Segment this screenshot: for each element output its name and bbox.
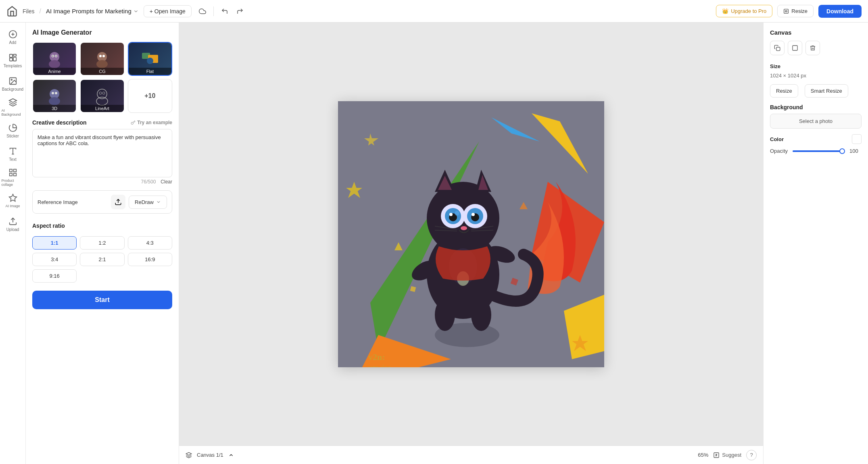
copy-icon[interactable] bbox=[788, 41, 802, 55]
redo-button[interactable] bbox=[234, 5, 246, 17]
style-more-button[interactable]: +10 bbox=[128, 79, 172, 113]
download-button[interactable]: Download bbox=[818, 5, 862, 18]
files-link[interactable]: Files bbox=[23, 8, 35, 15]
size-value: 1024 × 1024 px bbox=[770, 73, 862, 79]
document-title[interactable]: AI Image Prompts for Marketing bbox=[46, 8, 139, 15]
svg-point-25 bbox=[96, 60, 108, 68]
ai-image-panel: AI Image Generator Anime CG Flat bbox=[26, 23, 179, 464]
undo-button[interactable] bbox=[219, 5, 231, 17]
main-layout: Add Templates Background AI Background S… bbox=[0, 23, 868, 464]
chevron-up-icon[interactable] bbox=[228, 452, 234, 458]
sidebar-item-templates[interactable]: Templates bbox=[2, 49, 24, 72]
layers-button[interactable] bbox=[186, 452, 192, 458]
svg-marker-16 bbox=[9, 194, 16, 201]
svg-point-66 bbox=[461, 226, 467, 230]
canvas-bottom-bar: Canvas 1/1 65% Suggest ? bbox=[179, 445, 763, 464]
svg-rect-0 bbox=[784, 9, 789, 13]
svg-point-30 bbox=[147, 58, 153, 64]
upgrade-button[interactable]: 👑 Upgrade to Pro bbox=[716, 5, 772, 17]
svg-rect-87 bbox=[776, 47, 780, 51]
sidebar-item-background[interactable]: Background bbox=[2, 73, 24, 95]
svg-text:unwisa: unwisa bbox=[368, 363, 391, 367]
style-card-flat[interactable]: Flat bbox=[128, 42, 172, 76]
cloud-icon[interactable] bbox=[196, 5, 209, 17]
svg-rect-7 bbox=[9, 58, 12, 60]
svg-marker-85 bbox=[186, 452, 191, 455]
svg-point-38 bbox=[102, 92, 105, 94]
svg-point-19 bbox=[49, 60, 60, 68]
style-card-lineart[interactable]: LineArt bbox=[80, 79, 124, 113]
opacity-slider[interactable] bbox=[793, 150, 845, 152]
aspect-btn-4-3[interactable]: 4:3 bbox=[128, 236, 172, 250]
svg-point-76 bbox=[471, 299, 491, 331]
sidebar-item-add[interactable]: Add bbox=[2, 26, 24, 48]
color-row: Color bbox=[770, 134, 862, 144]
size-label: Size bbox=[770, 63, 862, 69]
svg-rect-12 bbox=[9, 169, 12, 172]
delete-icon[interactable] bbox=[805, 41, 820, 55]
aspect-btn-3-4[interactable]: 3:4 bbox=[32, 253, 77, 266]
char-count: 76/500 bbox=[141, 179, 156, 185]
creative-description-section: Creative description Try an example bbox=[32, 119, 172, 126]
svg-point-34 bbox=[55, 92, 57, 94]
icon-sidebar: Add Templates Background AI Background S… bbox=[0, 23, 26, 464]
aspect-btn-16-9[interactable]: 16:9 bbox=[128, 253, 172, 266]
color-swatch[interactable] bbox=[852, 134, 862, 144]
aspect-ratio-grid: 1:1 1:2 4:3 3:4 2:1 16:9 9:16 bbox=[32, 236, 172, 283]
opacity-label: Opacity bbox=[770, 148, 788, 154]
canvas-action-icons bbox=[770, 41, 862, 55]
canvas-main[interactable]: ⚙ insMind.com v2n: unwisa bbox=[179, 23, 763, 445]
svg-rect-5 bbox=[13, 54, 16, 56]
resize-button[interactable]: Resize bbox=[777, 5, 814, 17]
aspect-ratio-section: Aspect ratio bbox=[32, 223, 172, 229]
canvas-image-wrapper: ⚙ insMind.com v2n: unwisa bbox=[338, 101, 604, 367]
aspect-btn-1-2[interactable]: 1:2 bbox=[80, 236, 124, 250]
sidebar-item-product-collage[interactable]: Product collage bbox=[2, 166, 24, 189]
sidebar-item-ai-image[interactable]: AI Image bbox=[2, 189, 24, 212]
canvas-resize-button[interactable]: Resize bbox=[770, 84, 798, 98]
smart-resize-button[interactable]: Smart Resize bbox=[805, 84, 848, 98]
style-card-anime[interactable]: Anime bbox=[32, 42, 77, 76]
reference-image-row: Reference Image ReDraw bbox=[32, 190, 172, 214]
svg-point-65 bbox=[455, 211, 459, 216]
description-textarea[interactable]: Make a fun and vibrant discount flyer wi… bbox=[32, 129, 172, 177]
redraw-button[interactable]: ReDraw bbox=[129, 196, 167, 209]
sidebar-item-upload[interactable]: Upload bbox=[2, 213, 24, 235]
help-button[interactable]: ? bbox=[746, 450, 757, 460]
start-button[interactable]: Start bbox=[32, 291, 172, 309]
background-section-title: Background bbox=[770, 104, 862, 110]
suggest-button[interactable]: Suggest bbox=[713, 452, 741, 458]
clear-button[interactable]: Clear bbox=[161, 179, 172, 185]
panel-title: AI Image Generator bbox=[32, 29, 172, 36]
duplicate-icon[interactable] bbox=[770, 41, 785, 55]
reference-upload-button[interactable] bbox=[111, 195, 125, 209]
crown-icon: 👑 bbox=[722, 8, 728, 14]
zoom-label: 65% bbox=[698, 452, 708, 458]
aspect-btn-1-1[interactable]: 1:1 bbox=[32, 236, 77, 250]
svg-point-22 bbox=[52, 56, 54, 57]
style-card-cg[interactable]: CG bbox=[80, 42, 124, 76]
svg-point-75 bbox=[435, 299, 455, 331]
svg-point-37 bbox=[99, 92, 102, 94]
sidebar-item-sticker[interactable]: Sticker bbox=[2, 119, 24, 142]
home-button[interactable] bbox=[6, 6, 18, 17]
canvas-image: ⚙ insMind.com v2n: unwisa bbox=[338, 101, 604, 367]
svg-rect-4 bbox=[9, 54, 12, 57]
sidebar-item-text[interactable]: Text bbox=[2, 143, 24, 165]
description-footer: 76/500 Clear bbox=[32, 179, 172, 185]
aspect-btn-2-1[interactable]: 2:1 bbox=[80, 253, 124, 266]
svg-rect-15 bbox=[13, 173, 16, 176]
svg-rect-6 bbox=[13, 57, 16, 61]
open-image-button[interactable]: + Open Image bbox=[144, 5, 192, 17]
right-panel-title: Canvas bbox=[770, 29, 862, 36]
svg-text:v2n:: v2n: bbox=[368, 352, 385, 362]
color-label: Color bbox=[770, 136, 784, 142]
sidebar-item-ai-background[interactable]: AI Background bbox=[2, 96, 24, 119]
svg-rect-13 bbox=[13, 169, 16, 172]
select-photo-button[interactable]: Select a photo bbox=[770, 114, 862, 129]
svg-point-9 bbox=[11, 79, 12, 80]
aspect-btn-9-16[interactable]: 9:16 bbox=[32, 269, 77, 283]
try-example-button[interactable]: Try an example bbox=[131, 120, 172, 125]
style-card-3d[interactable]: 3D bbox=[32, 79, 77, 113]
reference-image-label: Reference Image bbox=[38, 199, 108, 205]
